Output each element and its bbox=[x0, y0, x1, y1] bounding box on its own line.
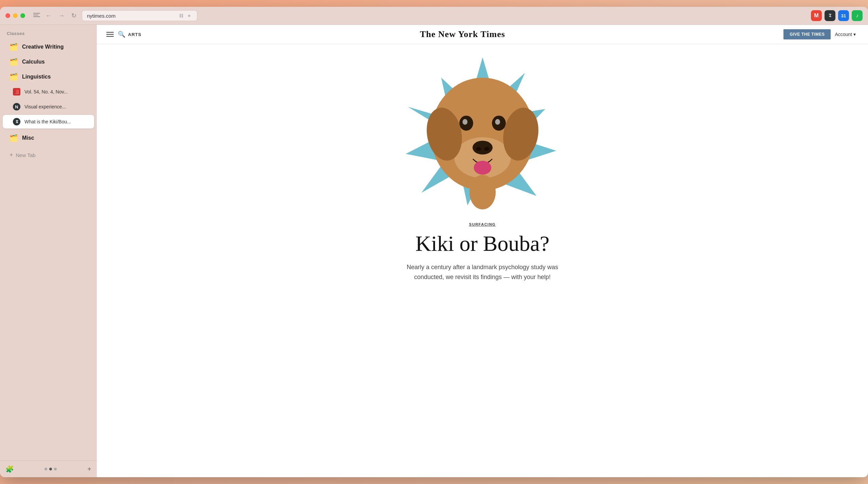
address-bar-area: nytimes.com ⛓ ≡ bbox=[82, 10, 804, 21]
sub-item-label: What is the Kiki/Bou... bbox=[24, 119, 71, 124]
bookmark-nyt[interactable]: 𝕿 bbox=[825, 10, 835, 21]
svg-point-14 bbox=[469, 175, 496, 210]
folder-icon: 🗂️ bbox=[10, 73, 18, 81]
bookmark-gmail[interactable]: M bbox=[811, 10, 822, 21]
address-bar[interactable]: nytimes.com ⛓ ≡ bbox=[82, 10, 197, 21]
minimize-button[interactable] bbox=[13, 13, 18, 18]
vol54-icon: 📕 bbox=[13, 88, 20, 96]
sidebar-item-creative-writing[interactable]: 🗂️ Creative Writing bbox=[3, 39, 94, 54]
web-content: 🔍 ARTS The New York Times Give The Times… bbox=[97, 25, 868, 477]
sidebar-item-label: Calculus bbox=[22, 59, 45, 65]
give-times-button[interactable]: Give The Times bbox=[783, 29, 831, 39]
sidebar-dots bbox=[19, 468, 82, 470]
plus-icon: + bbox=[10, 152, 13, 159]
visual-exp-icon: N bbox=[13, 103, 20, 110]
sub-item-label: Vol. 54, No. 4, Nov... bbox=[24, 89, 68, 94]
bookmark-calendar[interactable]: 31 bbox=[838, 10, 849, 21]
svg-point-9 bbox=[462, 119, 467, 125]
folder-icon: 🗂️ bbox=[10, 58, 18, 66]
nyt-search-button[interactable]: 🔍 bbox=[115, 29, 128, 39]
star-burst-svg bbox=[381, 51, 584, 214]
sidebar-sub-item-kiki-bouba[interactable]: 𝕿 What is the Kiki/Bou... bbox=[3, 115, 94, 128]
dot-3 bbox=[54, 468, 57, 470]
folder-icon: 🗂️ bbox=[10, 43, 18, 51]
account-button[interactable]: Account ▾ bbox=[831, 29, 860, 40]
sidebar-item-label: Misc bbox=[22, 135, 34, 141]
sub-item-label: Visual experience... bbox=[24, 104, 66, 109]
address-icons: ⛓ ≡ bbox=[178, 13, 192, 19]
browser-chrome: ← → ↻ nytimes.com ⛓ ≡ M 𝕿 31 ♪ bbox=[0, 7, 868, 25]
account-label: Account bbox=[835, 32, 852, 37]
url-text: nytimes.com bbox=[87, 13, 175, 19]
sidebar: Classes 🗂️ Creative Writing 🗂️ Calculus … bbox=[0, 25, 97, 477]
svg-point-13 bbox=[474, 161, 491, 175]
sidebar-item-label: Linguistics bbox=[22, 74, 51, 80]
maximize-button[interactable] bbox=[20, 13, 25, 18]
back-button[interactable]: ← bbox=[44, 11, 53, 21]
svg-point-5 bbox=[476, 147, 481, 151]
apps-icon[interactable]: 🧩 bbox=[5, 465, 14, 473]
share-icon[interactable]: ⛓ bbox=[178, 13, 184, 19]
sidebar-item-misc[interactable]: 🗂️ Misc bbox=[3, 131, 94, 145]
hero-image bbox=[381, 51, 584, 214]
close-button[interactable] bbox=[5, 13, 10, 18]
add-tab-icon[interactable]: + bbox=[87, 465, 91, 473]
kiki-bouba-icon: 𝕿 bbox=[13, 118, 20, 125]
chevron-down-icon: ▾ bbox=[853, 32, 856, 37]
article-section-label: SURFACING bbox=[469, 222, 495, 226]
article-subtitle: Nearly a century after a landmark psycho… bbox=[401, 262, 564, 282]
svg-point-10 bbox=[495, 119, 500, 125]
forward-button[interactable]: → bbox=[57, 11, 66, 21]
nyt-header: 🔍 ARTS The New York Times Give The Times… bbox=[97, 25, 868, 44]
dot-2 bbox=[49, 468, 52, 470]
dot-1 bbox=[44, 468, 47, 470]
browser-bookmarks: M 𝕿 31 ♪ bbox=[811, 10, 863, 21]
mac-window: ← → ↻ nytimes.com ⛓ ≡ M 𝕿 31 ♪ bbox=[0, 7, 868, 477]
nyt-logo: The New York Times bbox=[141, 29, 783, 39]
new-tab-button[interactable]: + New Tab bbox=[3, 148, 94, 162]
sidebar-sub-item-visual-exp[interactable]: N Visual experience... bbox=[3, 100, 94, 114]
folder-icon: 🗂️ bbox=[10, 134, 18, 142]
classes-label: Classes bbox=[0, 25, 97, 39]
article-area: SURFACING Kiki or Bouba? Nearly a centur… bbox=[97, 44, 868, 296]
svg-point-6 bbox=[484, 147, 489, 151]
nyt-menu-button[interactable] bbox=[105, 31, 115, 38]
sidebar-item-linguistics[interactable]: 🗂️ Linguistics bbox=[3, 69, 94, 84]
sidebar-item-calculus[interactable]: 🗂️ Calculus bbox=[3, 54, 94, 69]
refresh-button[interactable]: ↻ bbox=[70, 11, 78, 21]
bookmark-spotify[interactable]: ♪ bbox=[852, 10, 863, 21]
new-tab-label: New Tab bbox=[16, 152, 36, 158]
sidebar-toggle-button[interactable] bbox=[33, 13, 40, 18]
nyt-section-label: ARTS bbox=[128, 32, 141, 37]
reader-icon[interactable]: ≡ bbox=[186, 13, 192, 19]
main-area: Classes 🗂️ Creative Writing 🗂️ Calculus … bbox=[0, 25, 868, 477]
article-title: Kiki or Bouba? bbox=[415, 232, 549, 256]
svg-point-4 bbox=[472, 141, 492, 155]
sidebar-bottom: 🧩 + bbox=[0, 461, 97, 477]
sidebar-sub-item-vol54[interactable]: 📕 Vol. 54, No. 4, Nov... bbox=[3, 85, 94, 99]
sidebar-item-label: Creative Writing bbox=[22, 44, 64, 50]
traffic-lights bbox=[5, 13, 25, 18]
